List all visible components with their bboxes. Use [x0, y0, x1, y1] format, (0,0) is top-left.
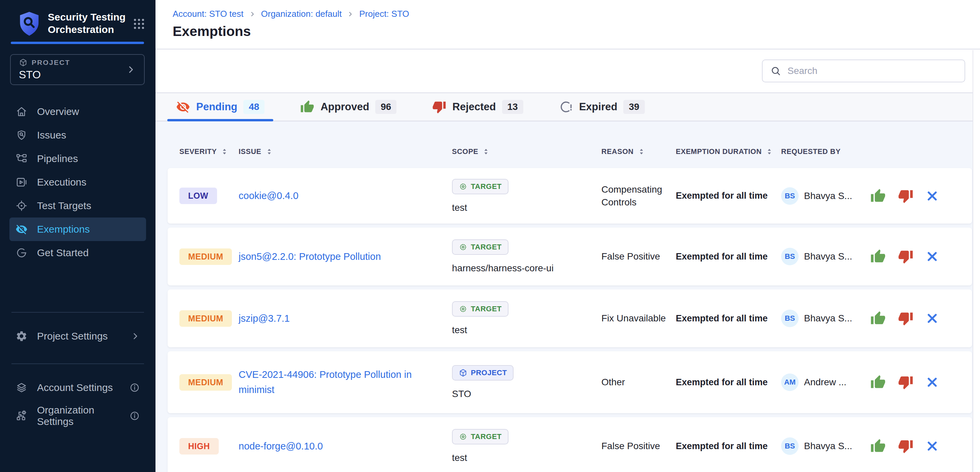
thumb-down-icon	[898, 439, 913, 454]
issue-link[interactable]: cookie@0.4.0	[239, 188, 452, 203]
table-row: MEDIUMCVE-2021-44906: Prototype Pollutio…	[168, 351, 972, 413]
reject-button[interactable]	[898, 249, 913, 264]
module-grid-icon[interactable]	[133, 17, 145, 30]
sidebar-item-exemptions[interactable]: Exemptions	[10, 217, 146, 241]
reason-cell: Compensating Controls	[601, 183, 676, 209]
reject-button[interactable]	[898, 188, 913, 204]
search-box	[762, 60, 965, 82]
approve-button[interactable]	[870, 310, 886, 326]
sidebar-item-organization-settings[interactable]: Organization Settings	[10, 404, 146, 428]
tab-count-badge: 48	[243, 100, 264, 114]
get-started-icon	[16, 247, 28, 259]
reject-button[interactable]	[898, 310, 913, 326]
duration-cell: Exempted for all time	[676, 252, 781, 262]
chevron-right-icon	[347, 11, 354, 17]
search-input[interactable]	[788, 65, 957, 76]
executions-icon	[16, 176, 28, 188]
column-header-issue[interactable]: ISSUE	[239, 147, 452, 156]
duration-cell: Exempted for all time	[676, 191, 781, 201]
target-icon	[459, 243, 468, 252]
cube-icon	[459, 369, 468, 377]
table-row: MEDIUMjszip@3.7.1TARGETtestFix Unavailab…	[168, 290, 972, 347]
approve-button[interactable]	[870, 249, 886, 264]
issue-link[interactable]: json5@2.2.0: Prototype Pollution	[239, 249, 452, 264]
cancel-exemption-button[interactable]	[926, 189, 939, 203]
reject-button[interactable]	[898, 439, 913, 454]
approve-button[interactable]	[870, 188, 886, 204]
tab-bar: Pending48Approved96Rejected13Expired39	[156, 93, 980, 121]
tab-count-badge: 39	[623, 100, 644, 114]
tab-pending[interactable]: Pending48	[167, 93, 273, 121]
page-header: Account: STO testOrganization: defaultPr…	[156, 0, 980, 49]
sidebar-item-label: Exemptions	[37, 223, 90, 235]
row-actions	[870, 249, 972, 264]
tab-approved[interactable]: Approved96	[291, 93, 405, 121]
cancel-exemption-button[interactable]	[926, 312, 939, 325]
sidebar-item-pipelines[interactable]: Pipelines	[10, 147, 146, 170]
scrollbar-track[interactable]	[973, 50, 980, 472]
breadcrumb-link[interactable]: Project: STO	[359, 9, 409, 19]
sidebar-item-label: Issues	[37, 130, 66, 141]
avatar: BS	[781, 187, 799, 205]
clock-expired-icon	[559, 100, 573, 114]
sidebar-item-get-started[interactable]: Get Started	[10, 241, 146, 265]
column-header-reason[interactable]: REASON	[601, 147, 676, 156]
severity-badge: LOW	[180, 188, 217, 204]
approve-button[interactable]	[870, 439, 886, 454]
sidebar-admin-nav: Account SettingsOrganization Settings	[0, 376, 156, 428]
reject-button[interactable]	[898, 374, 913, 390]
tab-expired[interactable]: Expired39	[550, 93, 654, 121]
chevron-right-icon	[126, 65, 136, 74]
sidebar-item-label: Test Targets	[37, 200, 91, 211]
severity-cell: MEDIUM	[180, 249, 239, 265]
reason-cell: False Positive	[601, 440, 676, 453]
issue-link[interactable]: jszip@3.7.1	[239, 311, 452, 326]
sidebar-item-test-targets[interactable]: Test Targets	[10, 194, 146, 217]
scope-name: test	[452, 453, 467, 463]
tab-label: Rejected	[452, 101, 496, 113]
cancel-exemption-button[interactable]	[926, 439, 939, 453]
exemptions-table: SEVERITYISSUESCOPEREASONEXEMPTION DURATI…	[156, 121, 980, 472]
sort-icon	[482, 147, 490, 156]
thumb-up-icon	[870, 374, 886, 390]
duration-cell: Exempted for all time	[676, 313, 781, 324]
column-header-label: SEVERITY	[180, 147, 217, 156]
cancel-exemption-button[interactable]	[926, 250, 939, 263]
requested-by-cell: BSBhavya S...	[781, 437, 870, 455]
tab-rejected[interactable]: Rejected13	[423, 93, 532, 121]
requested-by-cell: AMAndrew ...	[781, 374, 870, 391]
avatar: BS	[781, 248, 799, 265]
breadcrumb-link[interactable]: Account: STO test	[173, 9, 243, 19]
requested-by-cell: BSBhavya S...	[781, 310, 870, 327]
reason-cell: Fix Unavailable	[601, 312, 676, 325]
severity-badge: MEDIUM	[180, 249, 232, 265]
issue-cell: CVE-2021-44906: Prototype Pollution in m…	[239, 367, 452, 398]
thumb-down-icon	[432, 100, 446, 114]
sidebar-item-executions[interactable]: Executions	[10, 170, 146, 194]
chevron-right-icon	[130, 331, 140, 341]
approve-button[interactable]	[870, 374, 886, 390]
column-header-scope[interactable]: SCOPE	[452, 147, 601, 156]
column-header-severity[interactable]: SEVERITY	[180, 147, 239, 156]
chevron-right-icon	[130, 331, 140, 341]
project-selector[interactable]: PROJECT STO	[10, 54, 145, 85]
sidebar-item-overview[interactable]: Overview	[10, 100, 146, 124]
column-header-label: ISSUE	[239, 147, 261, 156]
row-actions	[870, 188, 972, 204]
cube-icon	[19, 58, 28, 67]
sidebar-item-account-settings[interactable]: Account Settings	[10, 376, 146, 399]
tab-label: Approved	[320, 101, 369, 113]
column-header-exemption-duration[interactable]: EXEMPTION DURATION	[676, 147, 781, 156]
issue-link[interactable]: node-forge@0.10.0	[239, 439, 452, 454]
issue-link[interactable]: CVE-2021-44906: Prototype Pollution in m…	[239, 367, 452, 398]
sidebar-item-issues[interactable]: Issues	[10, 124, 146, 147]
column-header-requested-by: REQUESTED BY	[781, 147, 870, 156]
module-grid-icon	[133, 17, 145, 30]
breadcrumb-link[interactable]: Organization: default	[261, 9, 342, 19]
thumb-up-icon	[870, 188, 886, 204]
severity-badge: MEDIUM	[180, 310, 232, 327]
column-header-label: SCOPE	[452, 147, 478, 156]
brand: Security Testing Orchestration	[0, 0, 156, 37]
cancel-exemption-button[interactable]	[926, 375, 939, 389]
sidebar-item-project-settings[interactable]: Project Settings	[10, 325, 146, 348]
